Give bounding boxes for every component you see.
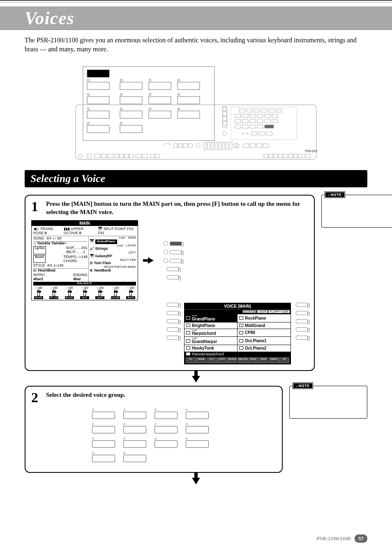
svg-point-15 <box>149 93 151 95</box>
voice-screen-title: VOICE (MAIN) <box>184 303 291 310</box>
svg-rect-104 <box>293 154 297 158</box>
svg-rect-42 <box>269 109 274 112</box>
svg-point-27 <box>88 122 90 124</box>
svg-rect-86 <box>183 144 187 147</box>
svg-rect-33 <box>223 112 227 116</box>
svg-rect-35 <box>223 122 227 126</box>
svg-rect-98 <box>264 154 268 158</box>
svg-point-29 <box>120 122 122 124</box>
svg-rect-24 <box>149 111 171 118</box>
svg-rect-89 <box>204 142 206 150</box>
svg-rect-73 <box>95 154 100 158</box>
svg-rect-60 <box>265 125 274 128</box>
svg-rect-80 <box>136 154 141 158</box>
svg-rect-34 <box>223 117 227 121</box>
svg-point-23 <box>149 108 151 110</box>
svg-rect-75 <box>108 154 113 158</box>
svg-rect-10 <box>178 82 200 90</box>
svg-rect-65 <box>266 132 272 135</box>
svg-rect-78 <box>125 154 129 158</box>
lcd-balance-sliders: ○ 100SONG○ 100STYLE○ 100M.PAD○ 100MIC○ 1… <box>33 286 136 299</box>
svg-rect-64 <box>259 132 265 135</box>
svg-rect-67 <box>243 144 249 147</box>
voice-selection-screen: VOICE (MAIN) PRESETUSERFLOPPY DISK Live!… <box>184 303 291 364</box>
step-2-note-box: ♪NOTE <box>289 386 367 419</box>
svg-rect-14 <box>120 97 142 104</box>
svg-rect-53 <box>257 120 263 123</box>
svg-rect-81 <box>142 154 148 158</box>
svg-rect-50 <box>235 120 241 123</box>
svg-rect-44 <box>235 114 241 117</box>
svg-rect-96 <box>230 142 232 150</box>
svg-rect-6 <box>120 82 142 90</box>
svg-rect-39 <box>247 109 252 112</box>
svg-point-71 <box>78 154 83 158</box>
svg-rect-101 <box>279 154 283 158</box>
page-footer: PSR-2100/1100 57 <box>316 534 367 543</box>
svg-rect-4 <box>87 82 109 90</box>
svg-rect-31 <box>223 107 227 127</box>
svg-rect-43 <box>276 109 282 112</box>
svg-rect-26 <box>178 111 200 118</box>
svg-rect-40 <box>254 109 260 112</box>
svg-rect-85 <box>178 144 182 147</box>
svg-point-88 <box>196 143 200 147</box>
svg-point-61 <box>242 133 244 134</box>
chapter-title: Voices <box>25 8 392 29</box>
svg-rect-54 <box>265 120 270 123</box>
note-badge-icon: ♪NOTE <box>325 192 345 198</box>
svg-rect-52 <box>250 120 256 123</box>
svg-rect-56 <box>235 125 241 128</box>
svg-rect-68 <box>250 144 256 147</box>
svg-rect-12 <box>87 97 109 104</box>
svg-rect-30 <box>120 125 142 133</box>
svg-rect-83 <box>155 154 159 158</box>
svg-rect-72 <box>87 154 91 158</box>
svg-rect-51 <box>242 120 248 123</box>
voice-side-rail <box>167 303 179 340</box>
svg-rect-46 <box>250 114 256 117</box>
svg-point-19 <box>88 108 90 110</box>
svg-point-97 <box>234 143 238 147</box>
step-1-text: Press the [MAIN] button to turn the MAIN… <box>46 200 308 216</box>
svg-rect-28 <box>87 125 109 133</box>
lcd-title: MAIN <box>32 221 138 226</box>
footer-model: PSR-2100/1100 <box>316 535 350 542</box>
svg-point-21 <box>120 108 122 110</box>
svg-rect-77 <box>120 154 124 158</box>
keyboard-panel-figure: PSR-2100 <box>75 66 317 160</box>
step-2-box: 2 Select the desired voice group. <box>25 386 283 473</box>
side-rail-buttons <box>164 241 182 279</box>
step-1-number: 1 <box>31 200 41 214</box>
arrow-down-icon <box>192 376 200 382</box>
svg-rect-55 <box>272 120 278 123</box>
svg-rect-22 <box>120 111 142 118</box>
svg-point-62 <box>247 133 248 134</box>
svg-rect-58 <box>250 125 256 128</box>
svg-rect-49 <box>272 114 278 117</box>
svg-rect-93 <box>219 142 221 150</box>
svg-rect-99 <box>269 154 273 158</box>
svg-rect-103 <box>288 154 293 158</box>
svg-rect-20 <box>87 111 109 118</box>
svg-rect-16 <box>149 97 171 104</box>
svg-rect-63 <box>251 132 257 135</box>
svg-rect-69 <box>256 144 262 147</box>
lcd-main-screen: MAIN ◀)♪ TRANS-POSE 0 ▮▮▮ UPPER OCTAVE 0… <box>31 220 138 300</box>
svg-rect-92 <box>215 142 217 150</box>
svg-rect-102 <box>284 154 288 158</box>
step-1-box: 1 Press the [MAIN] button to turn the MA… <box>25 195 315 371</box>
svg-rect-70 <box>263 144 269 147</box>
svg-rect-45 <box>242 114 248 117</box>
svg-rect-59 <box>257 125 263 128</box>
svg-point-9 <box>178 79 180 81</box>
voice-side-rail-right <box>296 303 308 340</box>
footer-page-number: 57 <box>355 534 367 543</box>
svg-rect-47 <box>257 114 263 117</box>
section-title: Selecting a Voice <box>30 173 362 185</box>
arrow-right-icon <box>148 257 154 264</box>
svg-point-25 <box>178 108 180 110</box>
svg-point-36 <box>223 131 227 136</box>
svg-point-7 <box>149 79 151 81</box>
step-1-note-box: ♪NOTE <box>321 195 392 228</box>
